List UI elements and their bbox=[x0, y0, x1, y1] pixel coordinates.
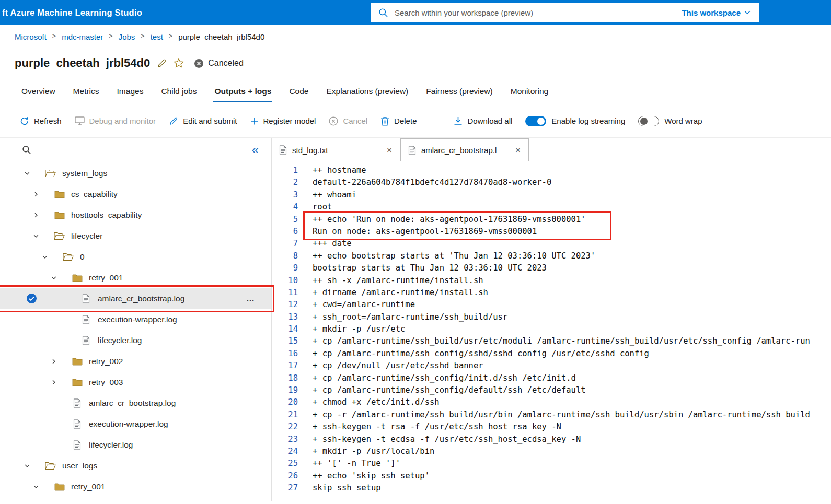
breadcrumb-item-microsoft[interactable]: Microsoft bbox=[15, 32, 47, 41]
line-number: 27 bbox=[272, 482, 298, 494]
debug-and-monitor-button[interactable]: Debug and monitor bbox=[75, 116, 156, 125]
chevron-right-icon[interactable] bbox=[50, 358, 58, 365]
chevron-down-icon[interactable] bbox=[23, 463, 31, 469]
cancel-circle-icon bbox=[329, 116, 338, 126]
log-line: 20+ chmod +x /etc/init.d/ssh bbox=[272, 396, 831, 408]
tree-item-label: user_logs bbox=[62, 461, 97, 471]
tree-folder-retry-002[interactable]: retry_002 bbox=[0, 351, 271, 372]
line-text: + cp /amlarc-runtime/ssh_config/init.d/s… bbox=[298, 372, 576, 384]
log-line: 9bootstrap starts at Thu Jan 12 03:36:10… bbox=[272, 262, 831, 274]
tab-fairness-preview[interactable]: Fairness (preview) bbox=[417, 78, 501, 104]
file-icon bbox=[279, 145, 287, 155]
breadcrumb-item-mdc-master[interactable]: mdc-master bbox=[62, 32, 103, 41]
chevron-right-icon[interactable] bbox=[50, 379, 58, 385]
log-line: 13+ ssh_root=/amlarc-runtime/ssh_build/u… bbox=[272, 311, 831, 323]
tree-file-execution-wrapper-log[interactable]: execution-wrapper.log bbox=[0, 309, 271, 330]
log-line: 26++ echo 'skip ssh setup' bbox=[272, 470, 831, 482]
edit-pencil-icon bbox=[169, 116, 178, 126]
chevron-down-icon[interactable] bbox=[32, 484, 40, 490]
folder-icon bbox=[54, 211, 65, 219]
tab-explanations-preview[interactable]: Explanations (preview) bbox=[317, 78, 417, 104]
tree-search-icon[interactable] bbox=[22, 145, 31, 155]
item-more-menu-button[interactable]: … bbox=[246, 294, 256, 303]
register-model-button[interactable]: Register model bbox=[250, 116, 316, 125]
chevron-down-icon[interactable] bbox=[32, 233, 40, 239]
refresh-button[interactable]: Refresh bbox=[20, 116, 62, 126]
word-wrap-toggle-group: Word wrap bbox=[638, 116, 702, 126]
workspace-selector[interactable]: This workspace bbox=[673, 8, 759, 17]
tab-metrics[interactable]: Metrics bbox=[64, 78, 108, 104]
line-number: 13 bbox=[272, 311, 298, 323]
toolbar-divider bbox=[435, 113, 435, 130]
file-icon bbox=[80, 315, 91, 324]
status-badge: Canceled bbox=[194, 58, 244, 68]
file-tab-label: std_log.txt bbox=[292, 146, 328, 155]
line-number: 25 bbox=[272, 458, 298, 470]
log-streaming-label: Enable log streaming bbox=[551, 116, 625, 125]
file-tab-std-log-txt[interactable]: std_log.txt× bbox=[272, 139, 400, 161]
line-number: 21 bbox=[272, 409, 298, 421]
log-streaming-toggle[interactable] bbox=[525, 116, 546, 126]
word-wrap-toggle[interactable] bbox=[638, 116, 659, 126]
tree-folder-system-logs[interactable]: system_logs bbox=[0, 163, 271, 184]
line-text: + mkdir -p /usr/etc bbox=[298, 323, 405, 335]
chevron-right-icon[interactable] bbox=[32, 212, 40, 218]
close-tab-icon[interactable]: × bbox=[514, 146, 522, 155]
close-tab-icon[interactable]: × bbox=[385, 146, 394, 155]
collapse-panel-icon[interactable]: « bbox=[252, 144, 259, 156]
breadcrumb-item-jobs[interactable]: Jobs bbox=[119, 32, 135, 41]
breadcrumb-item-test[interactable]: test bbox=[151, 32, 163, 41]
line-number: 1 bbox=[272, 165, 298, 177]
chevron-down-icon[interactable] bbox=[23, 170, 31, 177]
download-all-button[interactable]: Download all bbox=[454, 116, 512, 125]
delete-button[interactable]: Delete bbox=[380, 116, 417, 126]
delete-label: Delete bbox=[394, 116, 417, 125]
chevron-down-icon[interactable] bbox=[50, 275, 58, 281]
tree-item-label: 0 bbox=[80, 252, 85, 262]
line-number: 10 bbox=[272, 275, 298, 287]
chevron-right-icon[interactable] bbox=[32, 191, 40, 197]
tab-child-jobs[interactable]: Child jobs bbox=[152, 78, 205, 104]
tree-folder-user-logs[interactable]: user_logs bbox=[0, 455, 271, 476]
job-tabs: OverviewMetricsImagesChild jobsOutputs +… bbox=[0, 78, 831, 104]
edit-and-submit-button[interactable]: Edit and submit bbox=[169, 116, 237, 126]
tree-folder-0[interactable]: 0 bbox=[0, 247, 271, 267]
tab-code[interactable]: Code bbox=[280, 78, 317, 104]
file-tab-amlarc-cr-bootstrap-l[interactable]: amlarc_cr_bootstrap.l× bbox=[400, 138, 529, 161]
chevron-down-icon[interactable] bbox=[41, 254, 49, 260]
line-number: 19 bbox=[272, 384, 298, 396]
toolbar: Refresh Debug and monitor Edit and submi… bbox=[0, 104, 831, 138]
tree-file-lifecycler-log[interactable]: lifecycler.log bbox=[0, 330, 271, 351]
tab-images[interactable]: Images bbox=[108, 78, 153, 104]
tree-folder-retry-003[interactable]: retry_003 bbox=[0, 372, 271, 393]
tree-item-label: cs_capability bbox=[71, 190, 118, 199]
tree-file-execution-wrapper-log[interactable]: execution-wrapper.log bbox=[0, 414, 271, 435]
line-number: 23 bbox=[272, 433, 298, 446]
tree-item-label: execution-wrapper.log bbox=[89, 419, 168, 429]
line-text: Run on node: aks-agentpool-17631869-vmss… bbox=[298, 226, 537, 238]
tree-folder-lifecycler[interactable]: lifecycler bbox=[0, 226, 271, 247]
log-line: 7+++ date bbox=[272, 238, 831, 250]
tab-outputs-logs[interactable]: Outputs + logs bbox=[205, 78, 280, 104]
tree-file-lifecycler-log[interactable]: lifecycler.log bbox=[0, 435, 271, 455]
log-line: 16+ cp /amlarc-runtime/ssh_config/sshd/s… bbox=[272, 348, 831, 360]
search-icon bbox=[371, 8, 394, 18]
tree-folder-retry-001[interactable]: retry_001 bbox=[0, 267, 271, 288]
tree-folder-hosttools-capability[interactable]: hosttools_capability bbox=[0, 205, 271, 226]
log-line: 15+ cp /amlarc-runtime/ssh_build/usr/etc… bbox=[272, 335, 831, 347]
edit-title-pencil-icon[interactable] bbox=[157, 58, 167, 68]
refresh-icon bbox=[20, 116, 29, 126]
line-number: 9 bbox=[272, 262, 298, 274]
cancel-button[interactable]: Cancel bbox=[329, 116, 367, 126]
tree-file-amlarc-cr-bootstrap-log[interactable]: amlarc_cr_bootstrap.log bbox=[0, 393, 271, 414]
tree-folder-retry-001[interactable]: retry_001 bbox=[0, 476, 271, 497]
status-label: Canceled bbox=[208, 58, 244, 68]
tree-folder-cs-capability[interactable]: cs_capability bbox=[0, 184, 271, 205]
workspace-search-input[interactable] bbox=[394, 8, 673, 18]
tab-monitoring[interactable]: Monitoring bbox=[502, 78, 557, 104]
file-icon bbox=[80, 294, 91, 303]
line-number: 22 bbox=[272, 421, 298, 433]
tab-overview[interactable]: Overview bbox=[13, 78, 64, 104]
favorite-star-icon[interactable] bbox=[174, 58, 184, 68]
tree-file-amlarc-cr-bootstrap-log[interactable]: amlarc_cr_bootstrap.log… bbox=[0, 288, 271, 309]
